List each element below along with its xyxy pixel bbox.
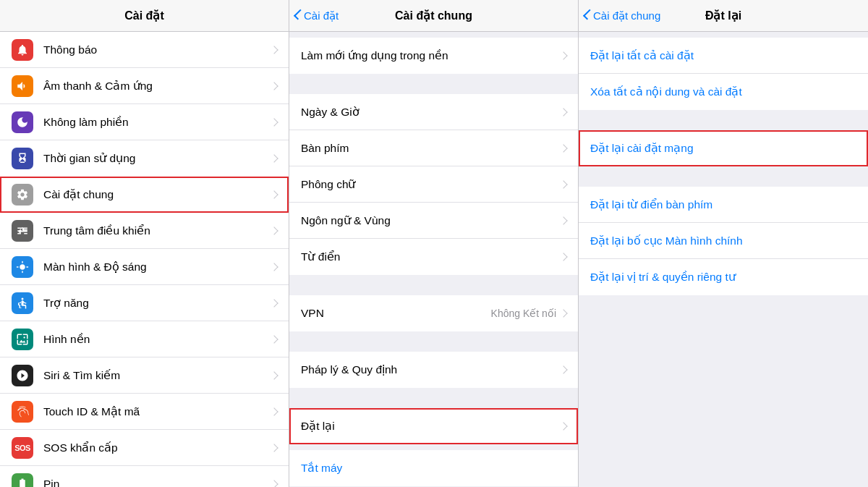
right-sep-2 [579,166,868,187]
mid-section-3: VPN Không Kết nối [289,295,578,331]
back-chevron-icon [294,9,305,20]
chevron-icon [559,365,567,373]
tro-nang-label: Trợ năng [43,297,271,310]
right-section-2: Đặt lại cài đặt mạng [579,130,868,166]
left-panel-header: Cài đặt [0,0,289,32]
dat-lai-tat-ca-label: Đặt lại tất cả cài đặt [590,49,694,62]
right-item-xoa-tat-ca[interactable]: Xóa tất cả nội dung và cài đặt [579,74,868,110]
mid-item-phap-ly[interactable]: Pháp lý & Quy định [289,352,578,388]
mid-sep-5 [289,444,578,450]
chevron-icon [270,226,278,234]
chevron-icon [270,263,278,271]
sidebar-item-am-thanh[interactable]: Âm thanh & Cảm ứng [0,68,289,104]
sidebar-item-hinh-nen[interactable]: Hình nền [0,321,289,357]
mid-sep-2 [289,275,578,295]
sos-label: SOS khẩn cấp [43,441,271,454]
sidebar-item-siri[interactable]: Siri & Tìm kiếm [0,357,289,394]
mid-item-vpn[interactable]: VPN Không Kết nối [289,295,578,331]
pin-icon [12,473,33,487]
mid-section-5: Đặt lại [289,408,578,444]
phap-ly-label: Pháp lý & Quy định [301,363,561,376]
sidebar-item-pin[interactable]: Pin [0,466,289,487]
cai-dat-chung-label: Cài đặt chung [43,188,271,201]
mid-item-lam-moi[interactable]: Làm mới ứng dụng trong nền [289,38,578,74]
thoi-gian-label: Thời gian sử dụng [43,152,271,165]
am-thanh-icon [12,75,33,97]
man-hinh-icon [12,256,33,278]
dat-lai-tu-dien-label: Đặt lại từ điển bàn phím [590,198,712,211]
sidebar-item-sos[interactable]: SOS SOS khẩn cấp [0,430,289,466]
chevron-icon [270,82,278,90]
chevron-icon [559,216,567,224]
lam-moi-label: Làm mới ứng dụng trong nền [301,49,561,62]
right-back-button[interactable]: Cài đặt chung [584,9,660,22]
tu-dien-label: Từ điển [301,250,561,263]
chevron-icon [559,51,567,59]
siri-label: Siri & Tìm kiếm [43,369,271,382]
pin-label: Pin [43,478,271,487]
thoi-gian-icon [12,148,33,169]
sos-icon: SOS [12,437,33,459]
right-section-3: Đặt lại từ điển bàn phím Đặt lại bố cục … [579,187,868,295]
sidebar-item-tro-nang[interactable]: Trợ năng [0,285,289,321]
mid-section-4: Pháp lý & Quy định [289,352,578,388]
touch-id-icon [12,401,33,423]
sidebar-item-cai-dat-chung[interactable]: Cài đặt chung [0,177,289,213]
right-item-dat-lai-bo-cuc[interactable]: Đặt lại bố cục Màn hình chính [579,223,868,259]
right-item-dat-lai-tu-dien[interactable]: Đặt lại từ điển bàn phím [579,187,868,223]
khong-lam-phien-icon [12,111,33,133]
right-sep-1 [579,110,868,130]
svg-point-0 [22,297,24,300]
chevron-icon [559,144,567,152]
thong-bao-label: Thông báo [43,43,271,56]
sidebar-item-thong-bao[interactable]: Thông báo [0,32,289,68]
tat-may-label: Tắt máy [301,462,566,475]
mid-item-tat-may[interactable]: Tắt máy [289,450,578,486]
mid-panel-header: Cài đặt Cài đặt chung [289,0,578,32]
mid-item-ngay-gio[interactable]: Ngày & Giờ [289,94,578,130]
mid-item-phong-chu[interactable]: Phông chữ [289,166,578,203]
mid-sep-0 [289,32,578,38]
mid-item-ban-phim[interactable]: Bàn phím [289,130,578,166]
phong-chu-label: Phông chữ [301,178,561,191]
touch-id-label: Touch ID & Mật mã [43,405,271,418]
chevron-icon [270,407,278,415]
ngon-ngu-label: Ngôn ngữ & Vùng [301,214,561,227]
chevron-icon [270,154,278,162]
mid-back-button[interactable]: Cài đặt [295,9,339,22]
left-panel: Cài đặt Thông báo Âm thanh & Cảm ứng Khô… [0,0,289,487]
right-item-dat-lai-mang[interactable]: Đặt lại cài đặt mạng [579,130,868,166]
right-panel-header: Cài đặt chung Đặt lại [579,0,868,32]
chevron-icon [559,309,567,317]
mid-sep-1 [289,74,578,94]
mid-item-ngon-ngu[interactable]: Ngôn ngữ & Vùng [289,203,578,239]
cai-dat-chung-icon [12,184,33,206]
dat-lai-vi-tri-label: Đặt lại vị trí & quyền riêng tư [590,271,736,284]
right-panel-title: Đặt lại [705,9,741,22]
left-section-1: Thông báo Âm thanh & Cảm ứng Không làm p… [0,32,289,177]
mid-item-dat-lai[interactable]: Đặt lại [289,408,578,444]
vpn-label: VPN [301,307,491,320]
sidebar-item-thoi-gian[interactable]: Thời gian sử dụng [0,140,289,177]
right-item-dat-lai-vi-tri[interactable]: Đặt lại vị trí & quyền riêng tư [579,259,868,295]
sidebar-item-trung-tam[interactable]: Trung tâm điều khiển [0,213,289,249]
khong-lam-phien-label: Không làm phiền [43,116,271,129]
mid-section-1: Làm mới ứng dụng trong nền [289,38,578,74]
sidebar-item-man-hinh[interactable]: Màn hình & Độ sáng [0,249,289,285]
sidebar-item-touch-id[interactable]: Touch ID & Mật mã [0,394,289,430]
mid-item-tu-dien[interactable]: Từ điển [289,239,578,275]
right-back-chevron-icon [583,9,594,20]
tro-nang-icon [12,292,33,314]
mid-sep-3 [289,331,578,352]
ngay-gio-label: Ngày & Giờ [301,106,561,119]
hinh-nen-icon [12,329,33,350]
dat-lai-bo-cuc-label: Đặt lại bố cục Màn hình chính [590,234,743,247]
right-back-label: Cài đặt chung [593,9,660,22]
sidebar-item-khong-lam-phien[interactable]: Không làm phiền [0,104,289,140]
mid-panel-title: Cài đặt chung [395,9,472,22]
vpn-value: Không Kết nối [491,308,556,319]
trung-tam-label: Trung tâm điều khiển [43,224,271,237]
right-item-dat-lai-tat-ca[interactable]: Đặt lại tất cả cài đặt [579,38,868,74]
left-section-2: Cài đặt chung [0,177,289,213]
mid-section-6: Tắt máy [289,450,578,486]
